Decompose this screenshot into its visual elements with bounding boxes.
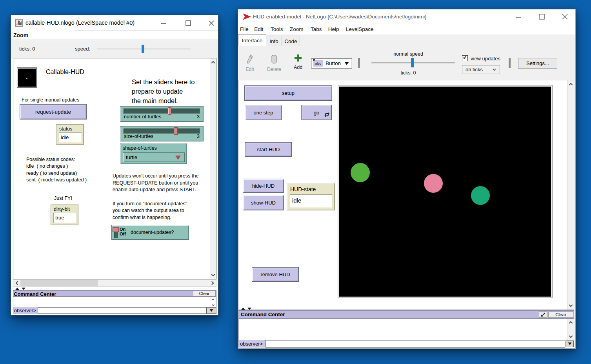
right-split-up-icon[interactable] [241,308,245,310]
left-command-input[interactable] [38,307,206,314]
split-up-icon[interactable] [15,288,19,290]
tab-code[interactable]: Code [282,36,300,46]
right-cc-title: Command Center [241,311,285,317]
edit-tool[interactable]: Edit [243,53,257,76]
titlebar-separator [74,30,218,31]
right-window-title: HUD-enabled-model - NetLogo {C:\Users\wa… [253,9,427,24]
world-view-widget [338,85,553,298]
menu-zoom[interactable]: Zoom [13,31,28,40]
scroll-down-icon[interactable] [211,273,215,277]
switch-off-label: Off [120,232,126,236]
view-updates-checkbox[interactable] [462,55,468,61]
size-slider-track[interactable] [124,129,200,134]
manual-updates-note: For single manual updates [22,97,79,103]
one-step-button[interactable]: one step [245,105,282,120]
delete-tool[interactable]: Delete [266,53,282,76]
request-update-button[interactable]: request-update [20,104,87,120]
menu-edit[interactable]: Edit [254,24,263,34]
edit-pencil-icon [246,54,254,66]
scroll-left-icon[interactable] [16,281,20,285]
setup-button[interactable]: setup [244,85,332,101]
checkmark-icon [463,56,466,59]
shape-of-turtles-chooser[interactable]: shape-of-turtles turtle [120,143,187,164]
splitter-handle[interactable] [13,287,216,290]
right-cc-clear-button[interactable]: Clear [548,311,573,318]
right-splitter-handle[interactable] [238,307,574,310]
forever-icon [324,112,329,118]
left-titlebar[interactable]: callable-HUD.nlogo (LevelSpace model #0) [11,15,218,31]
right-split-down-icon[interactable] [247,308,251,310]
left-horizontal-scrollbar[interactable] [13,279,216,287]
left-maximize-button[interactable] [182,15,194,31]
document-updates-switch[interactable]: On Off document-updates? [111,225,189,240]
menu-help[interactable]: Help [328,24,339,34]
remove-hud-button[interactable]: remove HUD [252,267,299,282]
number-slider-track[interactable] [124,109,200,114]
menu-tools[interactable]: Tools [271,24,283,34]
speed-slider-thumb[interactable] [142,45,144,53]
size-of-turtles-slider[interactable]: size-of-turtles 3 [120,126,204,141]
cc-output-down-icon[interactable] [569,334,573,338]
hud-state-monitor-label: HUD-state [290,186,316,192]
menu-file[interactable]: File [240,24,249,34]
number-slider-value: 3 [197,114,200,120]
status-monitor-label: status [59,126,72,132]
menu-zoom[interactable]: Zoom [290,24,304,34]
right-cc-output[interactable] [239,319,574,340]
right-vertical-scrollbar[interactable] [567,80,574,310]
tab-code-label: Code [284,38,297,44]
left-history-dropdown-button[interactable] [206,307,216,314]
right-history-dropdown-button[interactable] [566,340,574,347]
right-scroll-down-icon[interactable] [569,303,573,307]
widget-type-chooser[interactable]: abc Button [311,58,352,69]
start-hud-button[interactable]: start-HUD [245,142,292,157]
right-command-input[interactable] [265,340,565,348]
scroll-up-icon[interactable] [211,61,215,65]
cc-output-scrollbar[interactable] [567,319,574,340]
add-tool[interactable]: Add [292,53,304,76]
menu-levelspace[interactable]: LevelSpace [346,24,374,34]
set-sliders-line: prepare to update [132,87,195,96]
speed-label: normal speed [371,51,445,57]
right-maximize-button[interactable] [536,9,547,24]
update-mode-dropdown[interactable]: on ticks [462,65,500,74]
hud-state-monitor: HUD-state idle [287,183,335,210]
left-cc-clear-button[interactable]: Clear [193,291,216,296]
menu-tabs[interactable]: Tabs [311,24,322,34]
hud-state-monitor-value: idle [292,197,301,204]
left-minimize-button[interactable] [158,15,169,31]
scroll-right-icon[interactable] [210,281,214,285]
settings-button[interactable]: Settings... [518,58,557,69]
mini-turtle-dot [26,78,27,79]
tab-info[interactable]: Info [266,36,282,46]
number-of-turtles-slider[interactable]: number-of-turtles 3 [120,106,204,122]
right-close-button[interactable] [559,9,571,24]
hscroll-thumb[interactable] [20,280,98,286]
cc-scroll-down-icon[interactable] [212,303,215,306]
netlogo-flag-icon [243,13,251,20]
model-window-icon [15,19,23,27]
status-codes-line: ready ( to send update) [26,170,87,177]
cc-detach-button[interactable] [539,311,547,318]
right-toolbar: Edit Delete Add abc Button [238,46,575,80]
shape-chooser-box[interactable]: turtle [123,152,185,162]
left-close-button[interactable] [205,15,217,31]
cc-scroll-up-icon[interactable] [212,299,215,301]
turtle [351,163,370,182]
left-vertical-scrollbar[interactable] [210,58,216,279]
right-scroll-up-icon[interactable] [569,83,573,87]
switch-knob[interactable] [113,227,119,232]
left-interface-area: Callable-HUD For single manual updates r… [13,58,216,279]
hide-hud-button[interactable]: hide-HUD [243,179,284,193]
right-titlebar[interactable]: HUD-enabled-model - NetLogo {C:\Users\wa… [238,9,575,24]
cc-output-up-icon[interactable] [569,321,573,325]
split-down-icon[interactable] [22,288,25,290]
go-button[interactable]: go [301,105,332,120]
right-speed-thumb[interactable] [411,58,414,67]
left-cc-output[interactable] [13,297,216,307]
status-monitor-value-box: idle [59,132,82,143]
show-hud-button[interactable]: show-HUD [243,195,284,210]
right-minimize-button[interactable] [513,9,525,24]
world-view-canvas[interactable] [339,87,551,297]
tab-interface[interactable]: Interface [238,34,266,46]
